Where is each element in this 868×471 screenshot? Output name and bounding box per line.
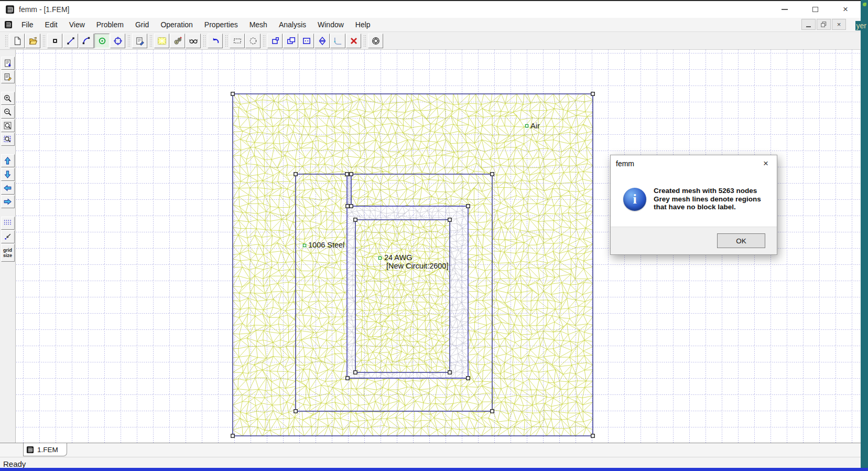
menu-edit[interactable]: Edit [39,18,63,31]
arc-tool-button[interactable] [79,34,94,48]
block-label-marker[interactable] [378,256,381,259]
tab-1fem[interactable]: 1.FEM [23,443,67,456]
mdi-restore-button[interactable] [817,19,831,30]
mdi-restore-icon [820,20,828,28]
side-toolbar: gridsize [0,50,16,443]
menu-analysis[interactable]: Analysis [273,18,312,31]
open-file-icon [28,36,38,46]
edit-selection-button[interactable] [299,34,314,48]
arrow-right-button[interactable] [1,195,15,208]
femm-doc-icon [26,446,34,454]
arrow-up-icon [3,156,12,165]
select-circle-button[interactable] [245,34,261,48]
copy-button[interactable] [283,34,298,48]
zoom-in-icon [3,94,12,103]
grid-size-button[interactable]: gridsize [1,244,15,262]
delete-icon [349,36,359,46]
block-label-marker[interactable] [525,124,528,127]
block-label-text: 24 AWG [384,253,412,262]
ok-button[interactable]: OK [717,233,765,248]
grid-dots-button[interactable] [1,217,15,230]
mirror-button[interactable] [314,34,330,48]
node-marker[interactable] [346,205,349,208]
dialog-title-bar: femm × [611,155,777,172]
doc-import-button[interactable] [1,57,15,70]
status-text: Ready [3,459,26,468]
arrow-up-button[interactable] [1,154,15,167]
minimize-button[interactable] [769,1,800,18]
zoom-in-button[interactable] [1,92,15,105]
doc-edit-button[interactable] [1,70,15,83]
node-marker[interactable] [354,371,357,374]
zoom-window-button[interactable] [1,133,15,146]
dialog-close-button[interactable]: × [755,158,777,169]
menu-window[interactable]: Window [312,18,350,31]
node-marker[interactable] [294,410,297,413]
select-rect-icon [233,36,242,46]
femm-logo-icon [5,5,15,14]
node-marker[interactable] [345,173,349,176]
copy-icon [286,36,296,46]
arrow-down-button[interactable] [1,168,15,181]
menu-problem[interactable]: Problem [91,18,129,31]
donut-icon [371,36,381,46]
properties-button[interactable] [132,34,147,48]
block-label-marker[interactable] [303,244,306,247]
delete-button[interactable] [346,34,361,48]
mdi-close-button[interactable]: × [832,19,846,30]
node-marker[interactable] [350,173,353,176]
maximize-button[interactable] [800,1,830,18]
menu-bar: FileEditViewProblemGridOperationProperti… [0,18,861,32]
zoom-page-button[interactable] [1,119,15,132]
menu-grid[interactable]: Grid [129,18,155,31]
node-marker[interactable] [466,377,470,380]
block-label-text: Air [530,122,540,130]
node-marker[interactable] [231,434,234,437]
doc-edit-icon [3,72,12,81]
node-marker[interactable] [231,92,234,95]
mesh-generate-button[interactable] [154,34,169,48]
close-button[interactable]: × [830,1,861,18]
fillet-button[interactable] [330,34,345,48]
donut-button[interactable] [368,34,383,48]
document-tab-bar: 1.FEM [0,443,861,457]
mdi-minimize-button[interactable] [801,19,816,30]
zoom-out-button[interactable] [1,105,15,119]
menu-file[interactable]: File [16,18,39,31]
new-file-button[interactable] [9,34,25,48]
node-marker[interactable] [448,218,451,221]
node-marker[interactable] [294,173,297,176]
run-analysis-button[interactable] [170,34,185,48]
block-label-tool-button[interactable] [94,34,110,48]
node-marker[interactable] [448,371,451,374]
group-tool-button[interactable] [110,34,125,48]
node-marker[interactable] [466,205,470,208]
mdi-minimize-icon [806,26,811,27]
dialog-body: i Created mesh with 5263 nodes Grey mesh… [611,172,777,227]
block-label-circuit-text: [New Circuit:2600] [386,262,448,270]
node-marker[interactable] [591,434,594,437]
menu-help[interactable]: Help [350,18,376,31]
menu-mesh[interactable]: Mesh [244,18,273,31]
select-rect-button[interactable] [230,34,245,48]
move-button[interactable] [267,34,283,48]
node-tool-button[interactable] [47,34,62,48]
node-marker[interactable] [350,205,353,208]
close-icon: × [843,4,848,15]
arrow-left-button[interactable] [1,181,15,195]
open-file-button[interactable] [25,34,40,48]
menu-properties[interactable]: Properties [199,18,244,31]
taskbar-edge [0,468,868,471]
node-marker[interactable] [591,92,594,95]
undo-button[interactable] [208,34,223,48]
node-marker[interactable] [491,410,494,413]
snap-grid-button[interactable] [1,230,15,243]
node-marker[interactable] [491,173,494,176]
node-marker[interactable] [346,377,349,380]
menu-operation[interactable]: Operation [155,18,198,31]
segment-tool-button[interactable] [63,34,78,48]
view-results-button[interactable] [186,34,201,48]
properties-icon [135,36,145,46]
menu-view[interactable]: View [63,18,91,31]
node-marker[interactable] [354,218,357,221]
